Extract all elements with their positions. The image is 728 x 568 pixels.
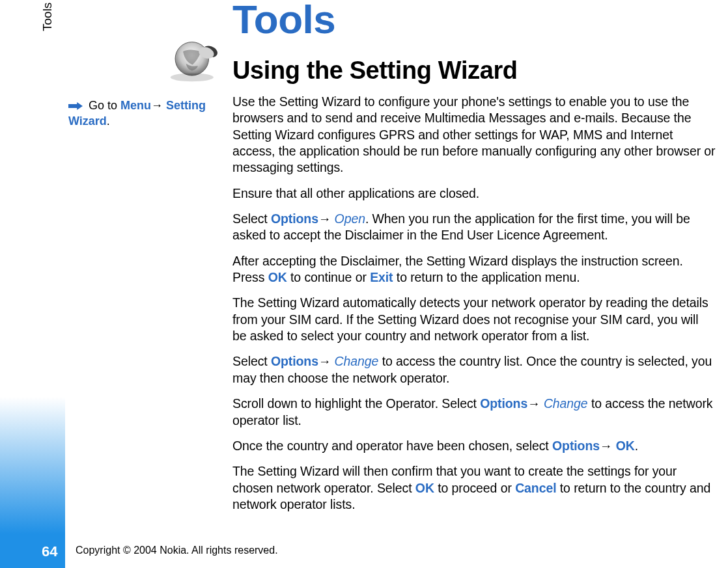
text: Select [232, 211, 271, 226]
heading-tools: Tools [232, 0, 716, 42]
arrow-glyph: → [318, 211, 335, 226]
paragraph-options-ok: Once the country and operator have been … [232, 438, 716, 454]
heading-using-setting-wizard: Using the Setting Wizard [232, 57, 716, 85]
arrow-glyph: → [318, 354, 335, 368]
globe-icon [168, 39, 228, 83]
navigation-hint: Go to Menu→ Setting Wizard. [68, 98, 218, 129]
text: to continue or [287, 270, 370, 284]
paragraph-detect-operator: The Setting Wizard automatically detects… [232, 295, 716, 344]
text: Once the country and operator have been … [232, 439, 552, 453]
ok-label: OK [616, 439, 635, 453]
nav-period: . [107, 115, 110, 128]
open-label: Open [335, 211, 365, 226]
exit-label: Exit [370, 270, 393, 284]
nav-arrow-glyph: → [151, 99, 163, 112]
page-number: 64 [42, 543, 57, 560]
page-side-gradient [0, 397, 65, 568]
svg-point-3 [171, 73, 214, 81]
text: Scroll down to highlight the Operator. S… [232, 396, 480, 411]
paragraph-operator-list: Scroll down to highlight the Operator. S… [232, 396, 716, 429]
arrow-glyph: → [600, 439, 616, 453]
copyright-text: Copyright © 2004 Nokia. All rights reser… [76, 545, 278, 556]
ok-label: OK [268, 270, 287, 284]
arrow-right-icon [68, 102, 83, 110]
side-tab-label: Tools [40, 3, 55, 31]
options-label: Options [552, 439, 600, 453]
text: . [635, 439, 638, 453]
nav-prefix: Go to [85, 99, 120, 112]
paragraph-intro: Use the Setting Wizard to configure your… [232, 94, 716, 176]
nav-menu-label: Menu [120, 99, 151, 112]
change-label: Change [335, 354, 379, 368]
options-label: Options [271, 211, 318, 226]
cancel-label: Cancel [515, 481, 556, 495]
paragraph-country-list: Select Options→ Change to access the cou… [232, 353, 716, 386]
ok-label: OK [415, 481, 434, 495]
text: to return to the application menu. [393, 270, 580, 284]
paragraph-press-ok-exit: After accepting the Disclaimer, the Sett… [232, 253, 716, 286]
main-content: Tools Using the Setting Wizard Use the S… [232, 0, 716, 522]
text: Select [232, 354, 271, 368]
paragraph-select-open: Select Options→ Open. When you run the a… [232, 211, 716, 244]
paragraph-close-apps: Ensure that all other applications are c… [232, 185, 716, 202]
change-label: Change [544, 396, 588, 411]
options-label: Options [271, 354, 318, 368]
paragraph-confirm: The Setting Wizard will then confirm tha… [232, 463, 716, 513]
arrow-glyph: → [527, 396, 544, 411]
text: to proceed or [434, 481, 515, 495]
options-label: Options [480, 396, 527, 411]
